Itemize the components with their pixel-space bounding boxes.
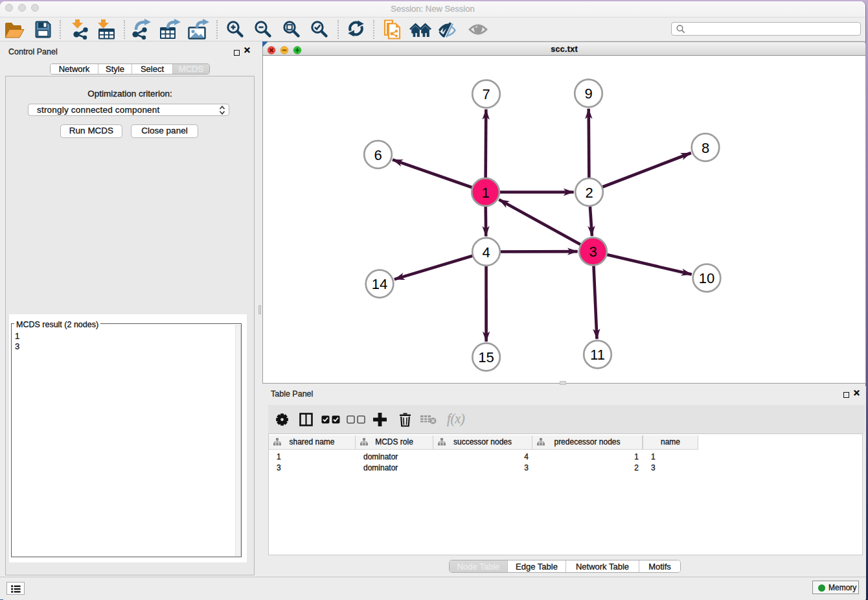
svg-text:11: 11: [590, 347, 605, 363]
svg-text:4: 4: [482, 244, 490, 260]
svg-text:15: 15: [478, 349, 494, 365]
svg-text:10: 10: [699, 270, 714, 286]
svg-text:9: 9: [584, 86, 592, 102]
svg-text:7: 7: [482, 86, 490, 102]
svg-text:1: 1: [481, 185, 489, 201]
svg-text:2: 2: [585, 185, 593, 201]
svg-text:3: 3: [589, 244, 597, 260]
svg-text:14: 14: [372, 276, 387, 292]
svg-text:6: 6: [374, 147, 382, 163]
svg-text:8: 8: [702, 140, 709, 156]
